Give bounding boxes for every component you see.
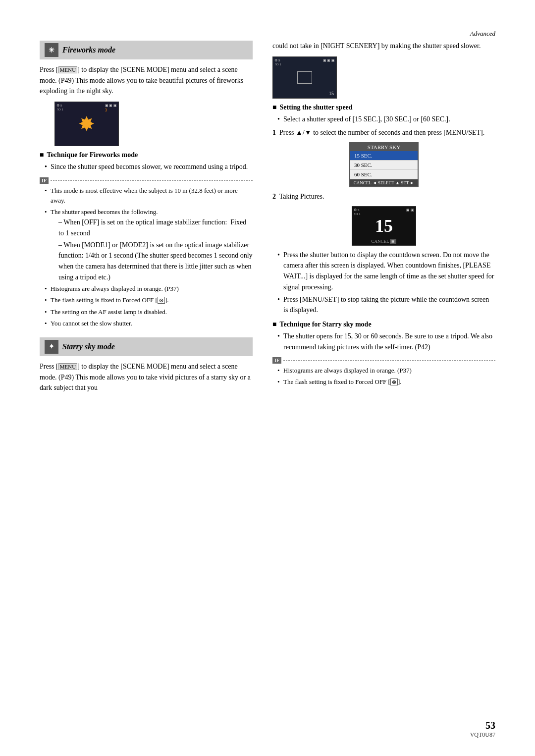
starry-screen-icons-left: ⚙ S↑O 1 [274, 58, 281, 66]
setting-shutter-list: Select a shutter speed of [15 SEC.], [30… [272, 114, 495, 125]
advanced-label: Advanced [40, 30, 495, 38]
page-number: 53 [485, 720, 495, 731]
starry-note-1: Histograms are always displayed in orang… [277, 366, 495, 376]
countdown-icons-left: ⚙ S↑O 1 [354, 208, 361, 216]
countdown-number: 15 [375, 216, 393, 236]
menu-item-30sec: 30 SEC. [350, 161, 418, 170]
starry-sky-intro: Press [MENU] to display the [SCENE MODE]… [40, 361, 253, 393]
fireworks-note-2: The shutter speed becomes the following.… [45, 207, 253, 282]
fireworks-note-block: IF This mode is most effective when the … [40, 177, 253, 328]
firework-burst: ✸ [78, 112, 95, 136]
fireworks-note-1: This mode is most effective when the sub… [45, 186, 253, 206]
fireworks-sub-1: When [OFF] is set on the optical image s… [51, 217, 253, 238]
technique-fireworks-bullet-1: Since the shutter speed becomes slower, … [45, 162, 253, 172]
technique-fireworks-list: Since the shutter speed becomes slower, … [40, 162, 253, 172]
starry-sky-top-screen: ⚙ S↑O 1 ▣ ▣ ▣ 15 [272, 56, 337, 99]
starry-sky-section-header: ✦ Starry sky mode [40, 337, 253, 356]
starry-sky-title: Starry sky mode [62, 342, 115, 351]
starry-menu-screen: STARRY SKY 15 SEC. 30 SEC. 60 SEC. CANCE… [349, 142, 419, 187]
fireworks-note-list: This mode is most effective when the sub… [40, 186, 253, 328]
fireworks-note-4: The flash setting is fixed to Forced OFF… [45, 295, 253, 305]
fireworks-title: Fireworks mode [62, 46, 115, 54]
starry-note-block: IF Histograms are always displayed in or… [272, 357, 495, 387]
starry-sky-icon: ✦ [45, 340, 58, 354]
step2-text: 2 Taking Pictures. [272, 191, 495, 202]
screen-icons-left: ⚙ S↑O 1 [56, 104, 63, 111]
fireworks-section-header: ✳ Fireworks mode [40, 41, 253, 59]
fireworks-intro: Press [MENU] to display the [SCENE MODE]… [40, 64, 253, 97]
starry-note-2: The flash setting is fixed to Forced OFF… [277, 377, 495, 387]
fireworks-note-3: Histograms are always displayed in orang… [45, 284, 253, 294]
starry-sky-intro-continued: could not take in [NIGHT SCENERY] by mak… [272, 41, 495, 52]
technique-starry-list: The shutter opens for 15, 30 or 60 secon… [272, 331, 495, 352]
fireworks-note-6: You cannot set the slow shutter. [45, 319, 253, 328]
menu-footer: CANCEL ◄ SELECT ▲ SET ► [350, 179, 418, 186]
countdown-icons-right: ▣ ▣ [406, 208, 414, 212]
setting-shutter-bullet: Select a shutter speed of [15 SEC.], [30… [277, 114, 495, 125]
press-shutter-bullet: Press the shutter button to display the … [277, 250, 495, 293]
step1-text: 1 Press ▲/▼ to select the number of seco… [272, 127, 495, 138]
press-shutter-list: Press the shutter button to display the … [272, 250, 495, 316]
starry-screen-icons-right: ▣ ▣ ▣ [323, 58, 335, 62]
fireworks-sub-2: When [MODE1] or [MODE2] is set on the op… [51, 240, 253, 283]
starry-note-icon: IF [272, 357, 281, 364]
menu-item-60sec: 60 SEC. [350, 170, 418, 179]
note-icon: IF [40, 177, 49, 184]
fireworks-camera-screen: ⚙ S↑O 1 ▣ ▣ ▣3 ✸ [54, 102, 119, 146]
fireworks-icon: ✳ [45, 43, 58, 57]
screen-icons-right: ▣ ▣ ▣3 [105, 104, 117, 112]
starry-screen-num: 15 [329, 91, 334, 96]
vqt-code: VQT0U87 [470, 731, 495, 739]
technique-fireworks-header: Technique for Fireworks mode [40, 151, 253, 159]
setting-shutter-speed-header: Setting the shutter speed [272, 104, 495, 111]
menu-item-15sec: 15 SEC. [350, 151, 418, 161]
countdown-cancel: CANCEL ⊞ [352, 239, 416, 244]
technique-starry-header: Technique for Starry sky mode [272, 321, 495, 328]
technique-starry-bullet-1: The shutter opens for 15, 30 or 60 secon… [277, 331, 495, 352]
fireworks-note-5: The setting on the AF assist lamp is dis… [45, 307, 253, 317]
countdown-screen: ⚙ S↑O 1 ▣ ▣ 15 CANCEL ⊞ [352, 206, 416, 246]
menu-title: STARRY SKY [350, 143, 418, 151]
press-menu-bullet: Press [MENU/SET] to stop taking the pict… [277, 294, 495, 316]
starry-screen-bracket [297, 71, 312, 84]
starry-note-list: Histograms are always displayed in orang… [272, 366, 495, 387]
